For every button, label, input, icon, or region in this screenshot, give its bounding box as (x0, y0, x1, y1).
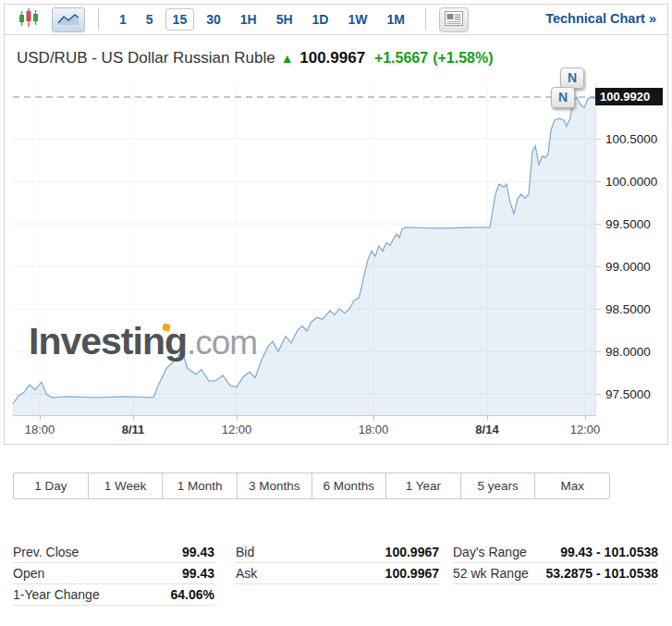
stat-row: Open99.43 (13, 563, 214, 584)
stat-label: Open (13, 566, 44, 581)
area-chart-button[interactable] (52, 7, 85, 32)
x-axis: 18:008/1112:0018:008/1412:00 (5, 416, 602, 442)
y-tick-mark (596, 309, 601, 310)
y-tick-label: 98.5000 (605, 302, 651, 316)
area-chart-icon (57, 11, 79, 29)
period-1-day[interactable]: 1 Day (14, 473, 89, 498)
stat-row: Day's Range99.43 - 101.0538 (453, 542, 658, 563)
news-marker-badge[interactable]: N (551, 87, 575, 108)
investing-watermark: Investing.com (29, 320, 257, 363)
x-tick-mark (487, 416, 488, 420)
y-tick-label: 97.5000 (605, 387, 651, 401)
chart-widget: 1515301H5H1D1W1M Technical Chart » USD/R… (4, 4, 668, 445)
stat-value: 99.43 - 101.0538 (560, 545, 658, 559)
y-tick-mark (596, 181, 601, 182)
news-events-button[interactable] (439, 7, 469, 32)
stat-row: Prev. Close99.43 (13, 542, 214, 563)
period-1-week[interactable]: 1 Week (89, 473, 164, 498)
timeframe-1d[interactable]: 1D (305, 8, 336, 31)
x-tick-mark (585, 416, 586, 420)
current-price-badge: 100.9920 (595, 88, 663, 105)
up-arrow-icon: ▲ (281, 51, 294, 66)
stat-label: 1-Year Change (13, 587, 100, 602)
stat-row: Ask100.9967 (236, 563, 439, 584)
stat-row: 52 wk Range53.2875 - 101.0538 (453, 563, 658, 584)
timeframe-1h[interactable]: 1H (233, 8, 264, 31)
timeframe-5h[interactable]: 5H (269, 8, 300, 31)
period-max[interactable]: Max (535, 473, 609, 498)
watermark-orange-dot (162, 323, 170, 331)
toolbar-separator (425, 8, 426, 31)
price-chart-svg[interactable] (13, 83, 596, 416)
stats-column: Bid100.9967Ask100.9967 (236, 542, 439, 606)
timeframe-group: 1515301H5H1D1W1M (112, 8, 412, 31)
period-3-months[interactable]: 3 Months (238, 473, 312, 498)
y-tick-mark (596, 351, 601, 352)
period-1-month[interactable]: 1 Month (163, 473, 238, 498)
watermark-text: Investing (29, 320, 187, 362)
y-tick-mark (596, 266, 601, 267)
y-tick-mark (596, 139, 601, 140)
stat-value: 100.9967 (385, 545, 439, 559)
timeframe-1m[interactable]: 1M (379, 8, 411, 31)
stat-label: Ask (236, 566, 257, 581)
period-6-months[interactable]: 6 Months (312, 473, 387, 498)
price-change-percent: (+1.58%) (433, 50, 493, 66)
stat-value: 53.2875 - 101.0538 (546, 566, 658, 581)
technical-chart-link[interactable]: Technical Chart » (545, 11, 656, 26)
price-change: +1.5667 (374, 50, 428, 66)
stat-label: Prev. Close (13, 545, 79, 559)
x-tick-mark (237, 416, 238, 420)
candlestick-icon (18, 7, 41, 31)
timeframe-1[interactable]: 1 (112, 8, 134, 31)
y-tick-label: 98.0000 (605, 345, 651, 359)
last-price: 100.9967 (299, 49, 365, 67)
x-tick-label: 8/14 (475, 423, 498, 436)
y-tick-label: 99.0000 (605, 260, 651, 274)
y-tick-mark (596, 224, 601, 225)
y-tick-label: 100.5000 (605, 132, 657, 146)
x-tick-label: 18:00 (25, 423, 55, 436)
news-marker-badge[interactable]: N (560, 68, 584, 89)
candlestick-chart-button[interactable] (14, 6, 44, 33)
timeframe-30[interactable]: 30 (199, 8, 228, 31)
stat-value: 100.9967 (385, 566, 439, 581)
price-area-fill (13, 97, 596, 416)
timeframe-5[interactable]: 5 (139, 8, 161, 31)
stat-value: 64.06% (171, 587, 214, 602)
stat-value: 99.43 (182, 566, 214, 581)
instrument-name: USD/RUB - US Dollar Russian Ruble (17, 49, 275, 67)
toolbar-separator (98, 8, 99, 31)
timeframe-1w[interactable]: 1W (340, 8, 374, 31)
chart-toolbar: 1515301H5H1D1W1M Technical Chart » (5, 5, 667, 35)
stat-label: Day's Range (453, 545, 527, 559)
x-tick-mark (133, 416, 134, 420)
stat-row: Bid100.9967 (236, 542, 439, 563)
y-tick-label: 100.0000 (605, 175, 657, 189)
y-tick-mark (596, 394, 601, 395)
stat-value: 99.43 (182, 545, 214, 559)
x-tick-mark (373, 416, 374, 420)
stat-label: 52 wk Range (453, 566, 529, 581)
period-1-year[interactable]: 1 Year (386, 473, 461, 498)
y-tick-label: 99.5000 (605, 217, 651, 231)
chart-area: 100.5000100.000099.500099.000098.500098.… (5, 83, 667, 444)
newspaper-icon (445, 11, 463, 29)
period-5-years[interactable]: 5 years (461, 473, 536, 498)
x-tick-label: 12:00 (222, 423, 252, 436)
x-tick-label: 12:00 (570, 423, 601, 436)
stats-column: Prev. Close99.43Open99.431-Year Change64… (13, 542, 214, 606)
quote-stats: Prev. Close99.43Open99.431-Year Change64… (13, 542, 659, 606)
stat-row: 1-Year Change64.06% (13, 584, 214, 606)
x-tick-mark (40, 416, 41, 420)
x-tick-label: 8/11 (122, 423, 145, 436)
timeframe-15[interactable]: 15 (165, 8, 195, 31)
stats-column: Day's Range99.43 - 101.053852 wk Range53… (453, 542, 658, 606)
stat-label: Bid (236, 545, 254, 559)
x-tick-label: 18:00 (359, 423, 389, 436)
period-selector: 1 Day1 Week1 Month3 Months6 Months1 Year… (13, 473, 610, 499)
